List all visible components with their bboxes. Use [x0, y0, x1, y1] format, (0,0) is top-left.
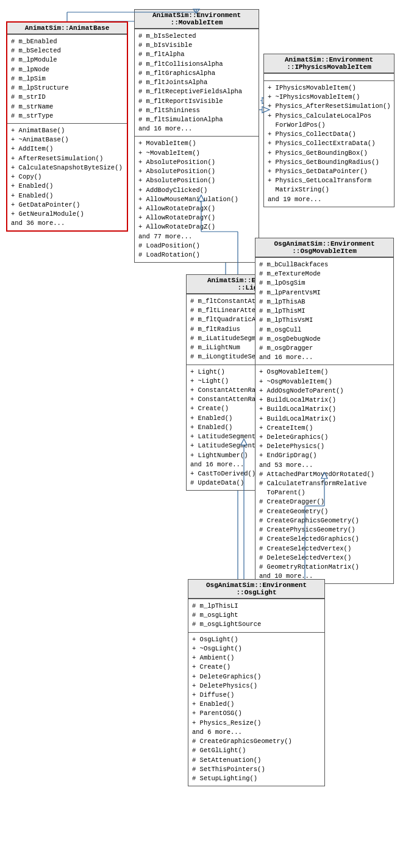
- iphysics-methods: + IPhysicsMovableItem() + ~IPhysicsMovab…: [264, 80, 394, 207]
- osg-movable-item-fields: # m_bCullBackfaces # m_eTextureMode # m_…: [255, 257, 393, 365]
- iphysics-movable-item-box: AnimatSim::Environment::IPhysicsMovableI…: [263, 54, 395, 207]
- osg-movable-item-methods: + OsgMovableItem() + ~OsgMovableItem() +…: [255, 365, 393, 583]
- movable-item-fields: # m_bIsSelected # m_bIsVisible # m_fltAl…: [135, 29, 259, 136]
- movable-item-title: AnimatSim::Environment::MovableItem: [135, 10, 259, 29]
- movable-item-box: AnimatSim::Environment::MovableItem # m_…: [134, 9, 259, 263]
- osg-light-methods: + OsgLight() + ~OsgLight() + Ambient() +…: [188, 632, 324, 786]
- osg-light-title: OsgAnimatSim::Environment::OsgLight: [188, 580, 324, 599]
- animat-base-fields: # m_bEnabled # m_bSelected # m_lpModule …: [7, 34, 127, 123]
- iphysics-empty: [264, 73, 394, 80]
- osg-movable-item-box: OsgAnimatSim::Environment::OsgMovableIte…: [255, 238, 394, 584]
- osg-movable-item-title: OsgAnimatSim::Environment::OsgMovableIte…: [255, 238, 393, 257]
- osg-light-fields: # m_lpThisLI # m_osgLight # m_osgLightSo…: [188, 599, 324, 632]
- animat-base-title: AnimatSim::AnimatBase: [7, 23, 127, 34]
- animat-base-box: AnimatSim::AnimatBase # m_bEnabled # m_b…: [6, 21, 128, 232]
- movable-item-methods: + MovableItem() + ~MovableItem() + Absol…: [135, 136, 259, 262]
- animat-base-methods: + AnimatBase() + ~AnimatBase() + AddItem…: [7, 123, 127, 230]
- iphysics-movable-item-title: AnimatSim::Environment::IPhysicsMovableI…: [264, 54, 394, 73]
- osg-light-box: OsgAnimatSim::Environment::OsgLight # m_…: [188, 579, 325, 786]
